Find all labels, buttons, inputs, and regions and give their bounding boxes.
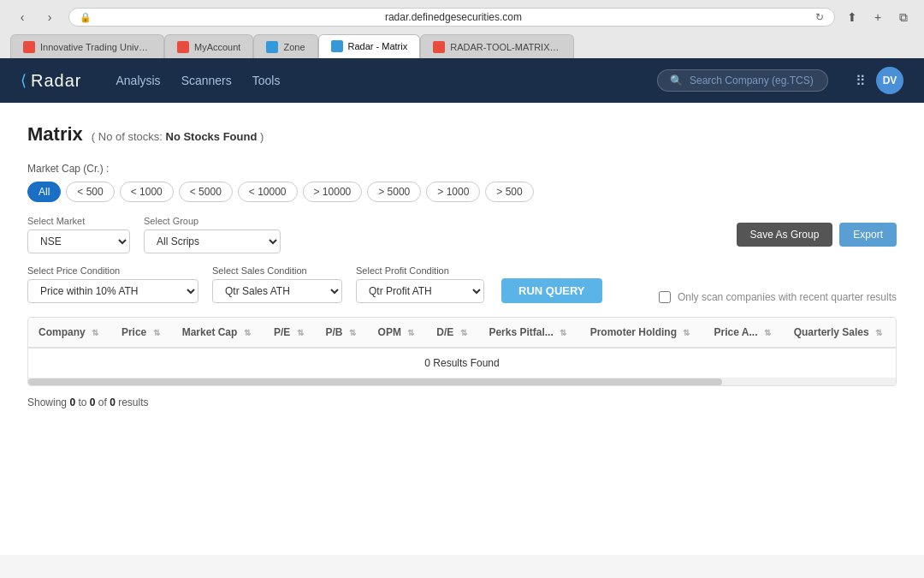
back-button[interactable]: ‹: [10, 9, 34, 26]
sales-condition-group: Select Sales Condition Qtr Sales ATHAnnu…: [212, 265, 342, 303]
cap-btn-8[interactable]: > 500: [485, 182, 533, 202]
profit-condition-group: Select Profit Condition Qtr Profit ATHAn…: [356, 265, 484, 303]
logo-icon: ⟨: [21, 71, 27, 90]
browser-toolbar: ‹ › 🔒 radar.definedgesecurities.com ↻ ⬆ …: [10, 7, 914, 27]
scrollbar-thumb[interactable]: [28, 378, 722, 385]
recent-quarter-filter: Only scan companies with recent quarter …: [659, 291, 897, 303]
browser-tab-tab5[interactable]: RADAR-TOOL-MATRIX - Keep Stocks Ca...: [420, 34, 574, 58]
cap-btn-3[interactable]: < 5000: [179, 182, 233, 202]
profit-condition-label: Select Profit Condition: [356, 265, 484, 276]
cap-btn-0[interactable]: All: [27, 182, 61, 202]
sort-icon-price: ⇅: [153, 328, 160, 337]
search-bar[interactable]: 🔍: [657, 69, 828, 92]
condition-row: Select Price Condition Price within 10% …: [27, 265, 897, 303]
market-cap-label: Market Cap (Cr.) :: [27, 163, 897, 175]
matrix-header: Matrix ( No of stocks: No Stocks Found ): [27, 123, 897, 146]
reload-icon[interactable]: ↻: [815, 11, 824, 23]
windows-button[interactable]: ⧉: [893, 7, 914, 27]
col-header-perks_pitfalls[interactable]: Perks Pitfal... ⇅: [478, 318, 579, 348]
sales-condition-select[interactable]: Qtr Sales ATHAnnual Sales ATHSales Growt…: [212, 279, 342, 303]
matrix-subtitle: ( No of stocks: No Stocks Found ): [92, 130, 264, 143]
browser-nav-buttons: ‹ ›: [10, 9, 62, 26]
avatar[interactable]: DV: [876, 67, 903, 94]
col-header-pe[interactable]: P/E ⇅: [264, 318, 315, 348]
col-header-price_action[interactable]: Price A... ⇅: [704, 318, 784, 348]
recent-quarter-label: Only scan companies with recent quarter …: [678, 291, 897, 303]
select-group-label: Select Group: [144, 216, 281, 226]
browser-tab-tab3[interactable]: Zone: [253, 34, 317, 58]
col-header-promoter_holding[interactable]: Promoter Holding ⇅: [580, 318, 704, 348]
nav-link-analysis[interactable]: Analysis: [116, 70, 160, 91]
browser-tab-tab1[interactable]: Innovative Trading Universe & Stock Bro.…: [10, 34, 164, 58]
select-group-wrapper: Select Group All ScripsNifty 50Nifty 100…: [144, 216, 281, 253]
new-tab-button[interactable]: +: [868, 7, 888, 27]
url-text: radar.definedgesecurities.com: [97, 11, 810, 23]
col-header-pb[interactable]: P/B ⇅: [315, 318, 367, 348]
forward-button[interactable]: ›: [38, 9, 62, 26]
nav-link-tools[interactable]: Tools: [252, 70, 281, 91]
col-header-opm[interactable]: OPM ⇅: [368, 318, 427, 348]
sort-icon-opm: ⇅: [407, 328, 414, 337]
sort-icon-pe: ⇅: [297, 328, 304, 337]
table-header: Company ⇅Price ⇅Market Cap ⇅P/E ⇅P/B ⇅OP…: [28, 318, 896, 348]
pagination-from: 0: [69, 396, 75, 408]
sort-icon-perks_pitfalls: ⇅: [560, 328, 566, 337]
col-header-de[interactable]: D/E ⇅: [426, 318, 478, 348]
col-header-market_cap[interactable]: Market Cap ⇅: [172, 318, 264, 348]
browser-tab-tab2[interactable]: MyAccount: [164, 34, 253, 58]
sales-condition-label: Select Sales Condition: [212, 265, 342, 276]
no-stocks-label: No Stocks Found: [166, 130, 258, 143]
logo-text: Radar: [31, 71, 81, 91]
cap-btn-2[interactable]: < 1000: [120, 182, 174, 202]
grid-icon[interactable]: ⠿: [856, 73, 866, 89]
market-cap-buttons: All< 500< 1000< 5000< 10000> 10000> 5000…: [27, 182, 897, 202]
market-cap-filter: Market Cap (Cr.) : All< 500< 1000< 5000<…: [27, 163, 897, 202]
page-content: Matrix ( No of stocks: No Stocks Found )…: [0, 103, 924, 429]
sort-icon-pb: ⇅: [349, 328, 356, 337]
select-group-dropdown[interactable]: All ScripsNifty 50Nifty 100Nifty 200Nift…: [144, 229, 281, 253]
export-button[interactable]: Export: [839, 223, 897, 247]
nav-link-scanners[interactable]: Scanners: [181, 70, 232, 91]
search-input[interactable]: [690, 74, 815, 86]
recent-quarter-checkbox[interactable]: [659, 291, 671, 303]
navbar: ⟨ Radar AnalysisScannersTools 🔍 ⠿ DV: [0, 58, 924, 103]
share-button[interactable]: ⬆: [842, 7, 862, 27]
sort-icon-quarterly_sales: ⇅: [875, 328, 882, 337]
logo: ⟨ Radar: [21, 71, 81, 91]
cap-btn-6[interactable]: > 5000: [367, 182, 421, 202]
browser-tab-tab4[interactable]: Radar - Matrix: [318, 34, 421, 58]
sort-icon-market_cap: ⇅: [244, 328, 251, 337]
nav-right: ⠿ DV: [856, 67, 903, 94]
col-header-company[interactable]: Company ⇅: [28, 318, 111, 348]
controls-row: Select Market NSEBSEALL Select Group All…: [27, 216, 897, 253]
cap-btn-5[interactable]: > 10000: [303, 182, 363, 202]
horizontal-scrollbar[interactable]: [28, 378, 896, 385]
nav-links: AnalysisScannersTools: [116, 70, 280, 91]
app: ⟨ Radar AnalysisScannersTools 🔍 ⠿ DV Mat…: [0, 58, 924, 555]
pagination-to: 0: [90, 396, 96, 408]
sort-icon-company: ⇅: [92, 328, 98, 337]
lock-icon: 🔒: [80, 12, 92, 23]
select-market-label: Select Market: [27, 216, 130, 226]
select-market-wrapper: Select Market NSEBSEALL: [27, 216, 130, 253]
cap-btn-1[interactable]: < 500: [66, 182, 114, 202]
url-bar[interactable]: 🔒 radar.definedgesecurities.com ↻: [68, 8, 835, 27]
price-condition-group: Select Price Condition Price within 10% …: [27, 265, 198, 303]
save-as-group-button[interactable]: Save As Group: [737, 223, 833, 247]
cap-btn-4[interactable]: < 10000: [238, 182, 298, 202]
sort-icon-de: ⇅: [460, 328, 467, 337]
profit-condition-select[interactable]: Qtr Profit ATHAnnual Profit ATHProfit Gr…: [356, 279, 484, 303]
col-header-price[interactable]: Price ⇅: [111, 318, 172, 348]
browser-chrome: ‹ › 🔒 radar.definedgesecurities.com ↻ ⬆ …: [0, 0, 924, 58]
run-query-button[interactable]: RUN QUERY: [501, 278, 602, 303]
price-condition-label: Select Price Condition: [27, 265, 198, 276]
price-condition-select[interactable]: Price within 10% ATHPrice within 20% ATH…: [27, 279, 198, 303]
sort-icon-promoter_holding: ⇅: [683, 328, 690, 337]
browser-action-buttons: ⬆ + ⧉: [842, 7, 914, 27]
browser-tabs: Innovative Trading Universe & Stock Bro.…: [10, 34, 914, 58]
cap-btn-7[interactable]: > 1000: [426, 182, 480, 202]
table-body: 0 Results Found: [28, 348, 896, 378]
col-header-quarterly_sales[interactable]: Quarterly Sales ⇅: [784, 318, 896, 348]
page-title: Matrix: [27, 123, 83, 146]
select-market-dropdown[interactable]: NSEBSEALL: [27, 229, 130, 253]
